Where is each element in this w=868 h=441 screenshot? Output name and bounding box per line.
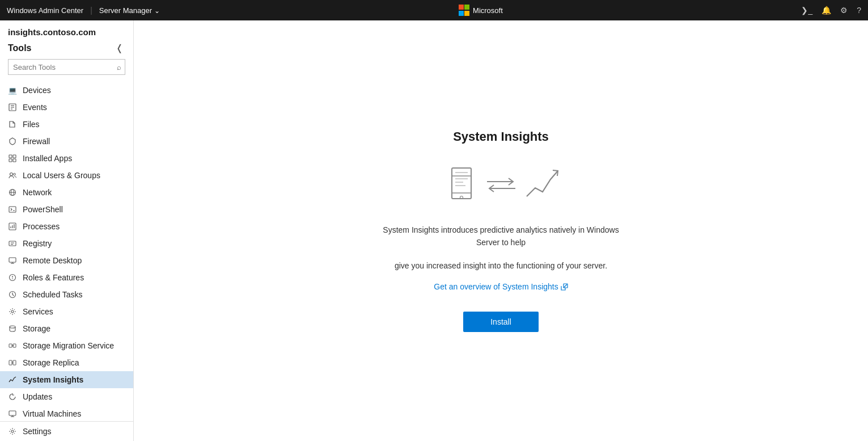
sidebar-item-label: Storage — [23, 324, 50, 333]
storage-replica-icon — [8, 358, 17, 367]
terminal-icon[interactable]: ❯_ — [801, 6, 812, 15]
system-insights-icon — [8, 375, 17, 384]
settings-gear-icon — [8, 427, 17, 436]
sidebar-item-roles-features[interactable]: Roles & Features — [0, 269, 133, 286]
updates-icon — [8, 392, 17, 401]
notifications-icon[interactable]: 🔔 — [822, 6, 831, 15]
sidebar-item-storage-replica[interactable]: Storage Replica — [0, 354, 133, 371]
sidebar-item-storage-migration[interactable]: Storage Migration Service — [0, 337, 133, 354]
sidebar-search: ⌕ — [8, 59, 125, 75]
feature-description-line1: System Insights introduces predictive an… — [376, 224, 626, 249]
search-icon: ⌕ — [113, 63, 125, 72]
sidebar-tools-row: Tools ❬ — [8, 41, 125, 54]
svg-rect-19 — [9, 241, 16, 246]
network-icon — [8, 188, 17, 197]
sidebar-item-system-insights[interactable]: System Insights — [0, 371, 133, 388]
sidebar-item-services[interactable]: Services — [0, 303, 133, 320]
server-manager-menu[interactable]: Server Manager — [99, 6, 160, 15]
topbar-center: Microsoft — [160, 5, 801, 16]
files-icon — [8, 120, 17, 129]
feature-panel: System Insights — [354, 107, 649, 355]
sidebar-item-label: Firewall — [23, 137, 50, 146]
sidebar-collapse-button[interactable]: ❬ — [113, 41, 125, 54]
help-icon[interactable]: ? — [857, 6, 861, 15]
settings-icon[interactable]: ⚙ — [840, 6, 848, 15]
sidebar-item-label: Updates — [23, 392, 52, 401]
sidebar-item-label: Storage Migration Service — [23, 341, 114, 350]
sidebar-item-remote-desktop[interactable]: Remote Desktop — [0, 252, 133, 269]
external-link-icon — [561, 283, 568, 291]
overview-link-text: Get an overview of System Insights — [434, 282, 558, 291]
sidebar-item-processes[interactable]: Processes — [0, 218, 133, 235]
ms-squares-icon — [459, 5, 470, 16]
svg-rect-5 — [13, 155, 16, 158]
ms-square-green — [464, 5, 469, 10]
settings-label: Settings — [23, 427, 52, 436]
sidebar-item-storage[interactable]: Storage — [0, 320, 133, 337]
topbar-right: ❯_ 🔔 ⚙ ? — [801, 6, 861, 15]
sidebar-item-label: PowerShell — [23, 205, 63, 214]
install-button[interactable]: Install — [463, 312, 539, 332]
sidebar-item-label: Files — [23, 120, 40, 129]
feature-title: System Insights — [453, 129, 549, 144]
svg-point-31 — [11, 310, 14, 313]
sidebar-item-installed-apps[interactable]: Installed Apps — [0, 150, 133, 167]
svg-point-27 — [12, 278, 13, 279]
ms-brand-text: Microsoft — [473, 6, 503, 15]
sidebar-item-devices[interactable]: 💻 Devices — [0, 82, 133, 99]
sidebar-item-settings[interactable]: Settings — [0, 422, 133, 441]
events-icon — [8, 103, 17, 112]
sidebar-item-local-users[interactable]: Local Users & Groups — [0, 167, 133, 184]
app-title: Windows Admin Center — [7, 6, 83, 15]
sidebar-item-network[interactable]: Network — [0, 184, 133, 201]
sidebar-header: insights.contoso.com Tools ❬ ⌕ — [0, 20, 133, 82]
svg-rect-4 — [9, 155, 12, 158]
svg-rect-6 — [9, 159, 12, 162]
virtual-machines-icon — [8, 409, 17, 418]
sidebar-item-firewall[interactable]: Firewall — [0, 133, 133, 150]
sidebar-item-label: Network — [23, 188, 52, 197]
search-input[interactable] — [9, 63, 113, 72]
topbar-separator: | — [90, 6, 92, 15]
arrows-icon — [481, 162, 521, 208]
sidebar-item-label: Virtual Machines — [23, 409, 81, 418]
svg-rect-33 — [9, 344, 12, 347]
storage-icon — [8, 324, 17, 333]
sidebar-item-label: Processes — [23, 222, 60, 231]
feature-illustration — [442, 162, 561, 208]
sidebar-item-scheduled-tasks[interactable]: Scheduled Tasks — [0, 286, 133, 303]
remote-desktop-icon — [8, 256, 17, 265]
microsoft-logo: Microsoft — [459, 5, 503, 16]
sidebar-item-label: Local Users & Groups — [23, 171, 100, 180]
overview-link[interactable]: Get an overview of System Insights — [434, 282, 568, 291]
sidebar-item-powershell[interactable]: PowerShell — [0, 201, 133, 218]
sidebar-item-label: Remote Desktop — [23, 256, 82, 265]
sidebar-item-files[interactable]: Files — [0, 116, 133, 133]
sidebar-item-events[interactable]: Events — [0, 99, 133, 116]
svg-line-30 — [12, 295, 14, 296]
registry-icon — [8, 239, 17, 248]
installed-apps-icon — [8, 154, 17, 163]
server-icon — [442, 162, 481, 208]
sidebar-item-updates[interactable]: Updates — [0, 388, 133, 405]
svg-point-9 — [14, 173, 16, 175]
svg-point-32 — [10, 326, 15, 328]
processes-icon — [8, 222, 17, 231]
firewall-icon — [8, 137, 17, 146]
services-icon — [8, 307, 17, 316]
roles-features-icon — [8, 273, 17, 282]
sidebar-item-virtual-machines[interactable]: Virtual Machines — [0, 405, 133, 421]
sidebar: insights.contoso.com Tools ❬ ⌕ 💻 Devices… — [0, 20, 134, 441]
sidebar-item-registry[interactable]: Registry — [0, 235, 133, 252]
sidebar-tools-label: Tools — [8, 43, 31, 53]
sidebar-item-label: Installed Apps — [23, 154, 72, 163]
sidebar-item-label: Registry — [23, 239, 52, 248]
svg-point-8 — [10, 173, 13, 176]
svg-rect-13 — [9, 207, 16, 212]
sidebar-scroll: 💻 Devices Events Files Firewall — [0, 82, 133, 421]
sidebar-item-label: System Insights — [23, 375, 83, 384]
sidebar-item-label: Roles & Features — [23, 273, 84, 282]
powershell-icon — [8, 205, 17, 214]
sidebar-hostname: insights.contoso.com — [8, 27, 125, 37]
main-container: insights.contoso.com Tools ❬ ⌕ 💻 Devices… — [0, 20, 868, 441]
